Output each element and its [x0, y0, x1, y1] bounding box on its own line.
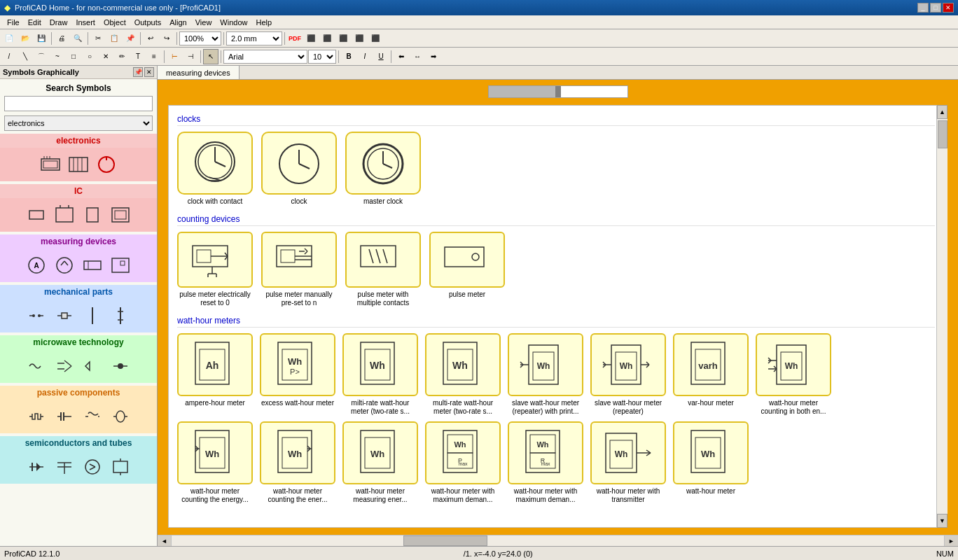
hscroll-right-button[interactable]: ►: [944, 536, 958, 547]
grid-select[interactable]: 2.0 mm: [226, 31, 282, 46]
scrollbar-down-button[interactable]: ▼: [937, 514, 947, 528]
cat-icon-s4[interactable]: [108, 454, 133, 479]
cat-passive-header[interactable]: passive components: [0, 386, 157, 400]
cat-icon-voltmeter[interactable]: [52, 253, 77, 278]
symbol-slave-wh-repeater[interactable]: Wh slave watt-hour meter (repeater): [590, 333, 666, 416]
cross-tool[interactable]: ✕: [98, 49, 113, 64]
symbol-var-hour-meter[interactable]: varh var-hour meter: [673, 333, 749, 416]
cat-icon-chip[interactable]: [38, 152, 63, 177]
scrollbar-thumb[interactable]: [938, 120, 947, 148]
symbol-wh-energy1[interactable]: Wh watt-hour meter counting the energy..…: [177, 421, 253, 504]
text-tool[interactable]: T: [130, 49, 146, 64]
canvas-tab-measuring-devices[interactable]: measuring devices: [158, 66, 240, 79]
print-preview-button[interactable]: 🔍: [70, 31, 85, 46]
zoom-select[interactable]: 100%: [179, 31, 221, 46]
symbol-wh-maxdem1[interactable]: Wh P max watt-hour meter with maximum de…: [425, 421, 501, 504]
symbol-pulse-meter-preset[interactable]: pulse meter manually pre-set to n: [261, 232, 337, 307]
align-center-button[interactable]: ↔: [410, 49, 425, 64]
tb-extra-1[interactable]: ⬛: [303, 31, 319, 46]
arc-tool[interactable]: ⌒: [34, 49, 49, 64]
new-button[interactable]: 📄: [1, 31, 17, 46]
search-input[interactable]: [4, 96, 153, 111]
curve-tool[interactable]: ~: [50, 49, 65, 64]
redo-button[interactable]: ↪: [159, 31, 174, 46]
menu-help-item[interactable]: Help: [251, 17, 276, 28]
pen-tool[interactable]: ✏: [114, 49, 130, 64]
symbol-wh-maxdem2[interactable]: Wh R max watt-hour meter with maximum de…: [508, 421, 583, 504]
cat-icon-p3[interactable]: [80, 404, 105, 429]
symbol-excess-watt-hour[interactable]: Wh P> excess watt-hour meter: [260, 333, 335, 416]
cat-icon-mech3[interactable]: [80, 303, 105, 328]
cat-icon-p2[interactable]: [52, 404, 77, 429]
menu-object-item[interactable]: Object: [99, 17, 130, 28]
cat-electronics-header[interactable]: electronics: [0, 134, 157, 148]
align-right-button[interactable]: ➡: [426, 49, 441, 64]
cat-semi-header[interactable]: semiconductors and tubes: [0, 436, 157, 450]
panel-resize-handle[interactable]: [154, 66, 157, 546]
font-size-select[interactable]: 10: [308, 50, 336, 64]
ellipse-tool[interactable]: ○: [82, 49, 97, 64]
tb-extra-2[interactable]: ⬛: [319, 31, 335, 46]
wire-tool[interactable]: ⊢: [167, 49, 182, 64]
cat-icon-s1[interactable]: [24, 454, 49, 479]
symbol-multi-rate-wh-1[interactable]: Wh milti-rate watt-hour meter (two-rate …: [342, 333, 418, 416]
symbol-clock-with-contact[interactable]: clock with contact: [177, 132, 253, 206]
cat-icon-mech2[interactable]: [52, 303, 77, 328]
menu-window-item[interactable]: Window: [216, 17, 251, 28]
select-tool[interactable]: /: [1, 49, 17, 64]
panel-close-button[interactable]: ✕: [144, 67, 154, 77]
cat-icon-ic1[interactable]: [24, 202, 49, 227]
cat-microwave-header[interactable]: microwave technology: [0, 335, 157, 349]
symbol-ampere-hour-meter[interactable]: Ah ampere-hour meter: [177, 333, 253, 416]
pointer-tool[interactable]: ↖: [203, 49, 218, 64]
font-select[interactable]: Arial: [223, 50, 307, 64]
symbol-multi-rate-wh-2[interactable]: Wh multi-rate watt-hour meter (two-rate …: [425, 333, 501, 416]
symbol-clock[interactable]: clock: [261, 132, 337, 206]
cat-icon-mw4[interactable]: [108, 354, 133, 379]
browser-scrollbar[interactable]: ▲ ▼: [936, 105, 947, 528]
cat-mechanical-header[interactable]: mechanical parts: [0, 285, 157, 299]
line-tool[interactable]: ╲: [18, 49, 33, 64]
symbol-pulse-meter[interactable]: pulse meter: [429, 232, 505, 307]
cat-icon-ic4[interactable]: [108, 202, 133, 227]
menu-outputs-item[interactable]: Outputs: [130, 17, 166, 28]
cat-icon-measure4[interactable]: [108, 253, 133, 278]
symbol-pulse-meter-multi[interactable]: pulse meter with multiple contacts: [345, 232, 421, 307]
save-button[interactable]: 💾: [34, 31, 49, 46]
symbol-wh-both[interactable]: Wh watt-hour meter counting in both en..…: [756, 333, 831, 416]
symbol-wh-plain[interactable]: Wh watt-hour meter: [673, 421, 749, 504]
tb-extra-3[interactable]: ⬛: [335, 31, 351, 46]
cat-icon-circle[interactable]: [94, 152, 119, 177]
cut-button[interactable]: ✂: [90, 31, 106, 46]
menu-file-item[interactable]: File: [3, 17, 24, 28]
cat-icon-ic3[interactable]: [80, 202, 105, 227]
close-button[interactable]: ✕: [943, 3, 954, 13]
note-tool[interactable]: ≡: [146, 49, 162, 64]
cat-icon-mw3[interactable]: [80, 354, 105, 379]
menu-draw-item[interactable]: Draw: [46, 17, 72, 28]
underline-button[interactable]: U: [373, 49, 389, 64]
cat-icon-p1[interactable]: [24, 404, 49, 429]
hscroll-thumb[interactable]: [403, 536, 487, 546]
progress-handle[interactable]: [555, 86, 561, 97]
rect-tool[interactable]: □: [66, 49, 81, 64]
cat-icon-ic2[interactable]: [52, 202, 77, 227]
hscroll-left-button[interactable]: ◄: [158, 536, 172, 547]
cat-icon-mech1[interactable]: [24, 303, 49, 328]
cat-icon-bars[interactable]: [66, 152, 91, 177]
cat-icon-s2[interactable]: [52, 454, 77, 479]
paste-button[interactable]: 📌: [123, 31, 138, 46]
category-dropdown[interactable]: electronics IC measuring devices mechani…: [4, 115, 153, 131]
cat-icon-ammeter[interactable]: A: [24, 253, 49, 278]
symbol-master-clock[interactable]: master clock: [345, 132, 421, 206]
align-left-button[interactable]: ⬅: [394, 49, 409, 64]
undo-button[interactable]: ↩: [143, 31, 158, 46]
tb-extra-4[interactable]: ⬛: [352, 31, 367, 46]
progress-bar[interactable]: [488, 85, 628, 98]
cat-icon-s3[interactable]: [80, 454, 105, 479]
italic-button[interactable]: I: [357, 49, 373, 64]
cat-ic-header[interactable]: IC: [0, 184, 157, 198]
symbol-wh-measuring[interactable]: Wh watt-hour meter measuring ener...: [342, 421, 418, 504]
bus-tool[interactable]: ⊣: [183, 49, 198, 64]
panel-pin-button[interactable]: 📌: [133, 67, 143, 77]
